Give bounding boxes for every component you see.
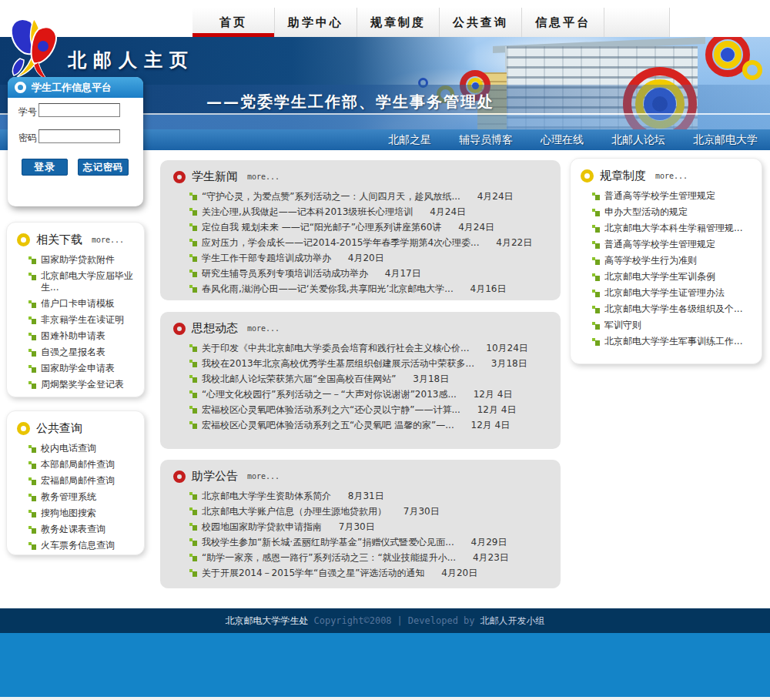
- nav-tab[interactable]: 信息平台: [522, 8, 604, 37]
- aid-more-link[interactable]: more...: [247, 472, 280, 481]
- nav-tab[interactable]: 助学中心: [275, 8, 357, 37]
- trends-item[interactable]: 宏福校区心灵氧吧体验活动系列之五“心灵氧吧 温馨的家”—... 12月 4日: [189, 417, 550, 433]
- download-link[interactable]: 国家助学金申请表: [28, 360, 138, 377]
- news-item[interactable]: 关注心理,从我做起——记本科2013级班长心理培训 4月24日: [189, 204, 550, 219]
- trends-item[interactable]: “心理文化校园行”系列活动之一－“大声对你说谢谢”2013感... 12月 4日: [189, 387, 550, 402]
- nav-tab-label: 信息平台: [535, 15, 591, 29]
- aid-item-date: 8月31日: [348, 491, 384, 501]
- download-link[interactable]: 北京邮电大学应届毕业生...: [28, 268, 138, 296]
- forgot-password-button[interactable]: 忘记密码: [78, 159, 129, 176]
- aid-item-date: 4月29日: [471, 537, 507, 548]
- news-item[interactable]: 春风化雨,滋润心田——记‘关爱你我,共享阳光’北京邮电大学... 4月16日: [189, 281, 550, 296]
- regulation-link[interactable]: 北京邮电大学本科生学籍管理规...: [592, 220, 755, 236]
- password-input[interactable]: [38, 129, 120, 143]
- list-bullet-icon: [592, 306, 600, 313]
- aid-item[interactable]: 我校学生参加“新长城·孟丽红助学基金”捐赠仪式暨爱心见面... 4月29日: [189, 534, 550, 550]
- news-item[interactable]: 定位自我 规划未来 ——记“阳光邮子”心理系列讲座第60讲 4月24日: [189, 219, 550, 235]
- regulation-link[interactable]: 军训守则: [592, 317, 755, 333]
- subnav-link[interactable]: 北京邮电大学: [693, 133, 758, 147]
- trends-item-title: “心理文化校园行”系列活动之一－“大声对你说谢谢”2013感...: [202, 389, 457, 400]
- regulation-link-label: 普通高等学校学生管理规定: [604, 239, 715, 250]
- trends-item[interactable]: 我校在2013年北京高校优秀学生基层组织创建展示活动中荣获多... 3月18日: [189, 356, 550, 371]
- nav-tab-label: 助学中心: [288, 15, 343, 29]
- login-panel-title: 学生工作信息平台: [32, 81, 112, 95]
- yellow-circle-icon: [17, 422, 30, 435]
- nav-tab[interactable]: 首页: [192, 8, 275, 37]
- query-link[interactable]: 搜狗地图搜索: [28, 505, 138, 521]
- student-id-input[interactable]: [38, 103, 120, 117]
- downloads-title: 相关下载: [36, 233, 82, 247]
- list-bullet-icon: [189, 538, 197, 546]
- news-item-date: 4月22日: [496, 237, 532, 248]
- list-bullet-icon: [189, 507, 197, 515]
- trends-item-date: 12月 4日: [477, 404, 517, 415]
- list-bullet-icon: [28, 381, 36, 389]
- download-link[interactable]: 自强之星报名表: [28, 344, 138, 360]
- aid-item[interactable]: “助学一家亲，感恩一路行”系列活动之三：“就业技能提升小... 4月23日: [189, 550, 550, 565]
- query-link[interactable]: 本部邮局邮件查询: [28, 457, 138, 473]
- query-link[interactable]: 教务管理系统: [28, 489, 138, 505]
- list-bullet-icon: [189, 569, 197, 577]
- download-link[interactable]: 国家助学贷款附件: [28, 252, 138, 268]
- nav-tab-label: 规章制度: [370, 15, 426, 29]
- page: 首页 助学中心 规章制度 公共查询 信息平台: [0, 0, 770, 700]
- regulation-link[interactable]: 北京邮电大学学生证管理办法: [592, 285, 755, 301]
- trends-item[interactable]: 关于印发《中共北京邮电大学委员会培育和践行社会主义核心价... 10月24日: [189, 340, 550, 356]
- news-item[interactable]: “守护心灵，为爱点赞”系列活动之一：人间四月天，趁风放纸... 4月24日: [189, 189, 550, 204]
- news-item-date: 4月20日: [348, 253, 384, 263]
- download-link[interactable]: 借户口卡申请模板: [28, 296, 138, 312]
- nav-tab[interactable]: 公共查询: [440, 8, 522, 37]
- download-link[interactable]: 非京籍学生在读证明: [28, 312, 138, 328]
- query-link-label: 火车票务信息查询: [41, 540, 115, 551]
- footer-developed-by: Developed by: [408, 615, 475, 626]
- aid-item[interactable]: 北京邮电大学学生资助体系简介 8月31日: [189, 488, 550, 504]
- download-link-label: 自强之星报名表: [41, 347, 105, 357]
- news-item[interactable]: 应对压力，学会成长——记2014-2015学年春季学期第4次心理委... 4月2…: [189, 235, 550, 250]
- regulation-link[interactable]: 北京邮电大学学生军事训练工作...: [592, 333, 755, 350]
- news-item-title: 应对压力，学会成长——记2014-2015学年春季学期第4次心理委...: [202, 237, 480, 248]
- aid-item[interactable]: 关于开展2014－2015学年“自强之星”评选活动的通知 4月20日: [189, 565, 550, 581]
- list-bullet-icon: [189, 523, 197, 531]
- news-more-link[interactable]: more...: [247, 172, 280, 181]
- aid-item[interactable]: 北京邮电大学账户信息（办理生源地贷款用） 7月30日: [189, 504, 550, 519]
- subnav-link[interactable]: 心理在线: [541, 133, 584, 147]
- trends-item[interactable]: 宏福校区心灵氧吧体验活动系列之六“还心灵以宁静”——计算... 12月 4日: [189, 402, 550, 417]
- nav-tab[interactable]: 规章制度: [357, 8, 440, 37]
- aid-item[interactable]: 校园地国家助学贷款申请指南 7月30日: [189, 519, 550, 534]
- regulation-link[interactable]: 申办大型活动的规定: [592, 204, 755, 220]
- top-nav-tabs: 首页 助学中心 规章制度 公共查询 信息平台: [192, 8, 670, 37]
- query-link[interactable]: 宏福邮局邮件查询: [28, 473, 138, 489]
- regulation-link[interactable]: 北京邮电大学学生各级组织及个...: [592, 301, 755, 317]
- regulation-link[interactable]: 北京邮电大学学生军训条例: [592, 269, 755, 285]
- news-item[interactable]: 研究生辅导员系列专项培训活动成功举办 4月17日: [189, 266, 550, 281]
- query-link[interactable]: 火车票务信息查询: [28, 538, 138, 554]
- download-link-label: 北京邮电大学应届毕业生...: [41, 270, 133, 293]
- trends-more-link[interactable]: more...: [247, 324, 280, 333]
- footer-blue-band: [0, 633, 770, 697]
- downloads-more-link[interactable]: more...: [92, 236, 124, 244]
- query-link[interactable]: 校内电话查询: [28, 440, 138, 457]
- subnav-link[interactable]: 北邮之星: [388, 133, 431, 147]
- regulations-more-link[interactable]: more...: [655, 172, 688, 180]
- trends-item-date: 10月24日: [486, 343, 528, 353]
- regulation-link-label: 高等学校学生行为准则: [604, 255, 697, 266]
- list-bullet-icon: [28, 510, 36, 517]
- list-bullet-icon: [189, 254, 197, 262]
- student-id-label: 学号: [18, 106, 37, 119]
- regulation-link[interactable]: 普通高等学校学生管理规定: [592, 236, 755, 253]
- regulation-link[interactable]: 普通高等学校学生管理规定: [592, 188, 755, 204]
- news-item-title: 关注心理,从我做起——记本科2013级班长心理培训: [202, 206, 413, 217]
- list-bullet-icon: [28, 273, 36, 280]
- download-link-label: 周炯槃奖学金登记表: [41, 379, 124, 390]
- regulation-link[interactable]: 高等学校学生行为准则: [592, 253, 755, 269]
- query-link[interactable]: 教务处课表查询: [28, 521, 138, 538]
- subnav-link[interactable]: 辅导员博客: [459, 133, 513, 147]
- subnav-link[interactable]: 北邮人论坛: [611, 133, 665, 147]
- trends-item[interactable]: 我校北邮人论坛荣获第六届“全国高校百佳网站” 3月18日: [189, 371, 550, 387]
- download-link[interactable]: 困难补助申请表: [28, 328, 138, 344]
- footer-copyright: Copyright©2008: [313, 615, 391, 626]
- download-link[interactable]: 周炯槃奖学金登记表: [28, 377, 138, 393]
- login-button[interactable]: 登录: [22, 159, 68, 176]
- news-item[interactable]: 学生工作干部专题培训成功举办 4月20日: [189, 250, 550, 266]
- regulation-link-label: 普通高等学校学生管理规定: [604, 190, 715, 201]
